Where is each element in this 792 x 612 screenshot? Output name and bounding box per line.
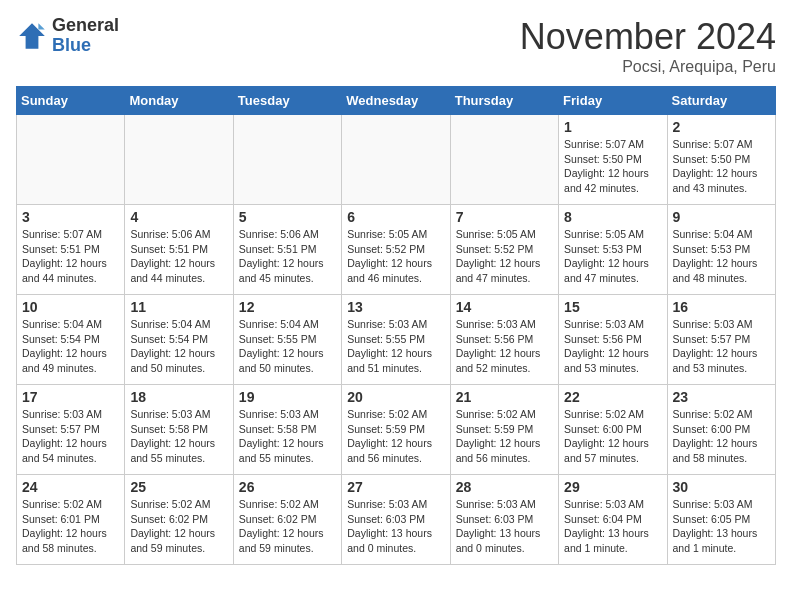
empty-cell (17, 115, 125, 205)
day-info: Sunrise: 5:05 AMSunset: 5:53 PMDaylight:… (564, 227, 661, 286)
day-info: Sunrise: 5:02 AMSunset: 6:00 PMDaylight:… (673, 407, 770, 466)
day-cell-19: 19Sunrise: 5:03 AMSunset: 5:58 PMDayligh… (233, 385, 341, 475)
day-info: Sunrise: 5:02 AMSunset: 6:02 PMDaylight:… (239, 497, 336, 556)
day-info: Sunrise: 5:02 AMSunset: 6:00 PMDaylight:… (564, 407, 661, 466)
day-number: 23 (673, 389, 770, 405)
day-cell-17: 17Sunrise: 5:03 AMSunset: 5:57 PMDayligh… (17, 385, 125, 475)
title-block: November 2024 Pocsi, Arequipa, Peru (520, 16, 776, 76)
day-cell-7: 7Sunrise: 5:05 AMSunset: 5:52 PMDaylight… (450, 205, 558, 295)
logo-icon (16, 20, 48, 52)
day-number: 11 (130, 299, 227, 315)
day-header-tuesday: Tuesday (233, 87, 341, 115)
day-info: Sunrise: 5:07 AMSunset: 5:50 PMDaylight:… (673, 137, 770, 196)
day-info: Sunrise: 5:03 AMSunset: 5:58 PMDaylight:… (239, 407, 336, 466)
empty-cell (450, 115, 558, 205)
day-cell-30: 30Sunrise: 5:03 AMSunset: 6:05 PMDayligh… (667, 475, 775, 565)
day-info: Sunrise: 5:06 AMSunset: 5:51 PMDaylight:… (130, 227, 227, 286)
day-cell-13: 13Sunrise: 5:03 AMSunset: 5:55 PMDayligh… (342, 295, 450, 385)
day-number: 17 (22, 389, 119, 405)
day-number: 29 (564, 479, 661, 495)
day-cell-8: 8Sunrise: 5:05 AMSunset: 5:53 PMDaylight… (559, 205, 667, 295)
day-number: 5 (239, 209, 336, 225)
day-info: Sunrise: 5:05 AMSunset: 5:52 PMDaylight:… (347, 227, 444, 286)
day-info: Sunrise: 5:02 AMSunset: 6:01 PMDaylight:… (22, 497, 119, 556)
day-cell-29: 29Sunrise: 5:03 AMSunset: 6:04 PMDayligh… (559, 475, 667, 565)
day-number: 10 (22, 299, 119, 315)
day-number: 8 (564, 209, 661, 225)
day-number: 19 (239, 389, 336, 405)
day-number: 4 (130, 209, 227, 225)
day-cell-2: 2Sunrise: 5:07 AMSunset: 5:50 PMDaylight… (667, 115, 775, 205)
day-cell-10: 10Sunrise: 5:04 AMSunset: 5:54 PMDayligh… (17, 295, 125, 385)
day-cell-11: 11Sunrise: 5:04 AMSunset: 5:54 PMDayligh… (125, 295, 233, 385)
day-cell-5: 5Sunrise: 5:06 AMSunset: 5:51 PMDaylight… (233, 205, 341, 295)
day-cell-27: 27Sunrise: 5:03 AMSunset: 6:03 PMDayligh… (342, 475, 450, 565)
day-info: Sunrise: 5:04 AMSunset: 5:55 PMDaylight:… (239, 317, 336, 376)
day-header-thursday: Thursday (450, 87, 558, 115)
day-cell-21: 21Sunrise: 5:02 AMSunset: 5:59 PMDayligh… (450, 385, 558, 475)
day-header-monday: Monday (125, 87, 233, 115)
day-info: Sunrise: 5:03 AMSunset: 5:57 PMDaylight:… (22, 407, 119, 466)
day-number: 18 (130, 389, 227, 405)
day-info: Sunrise: 5:02 AMSunset: 5:59 PMDaylight:… (347, 407, 444, 466)
day-number: 14 (456, 299, 553, 315)
day-number: 1 (564, 119, 661, 135)
day-info: Sunrise: 5:02 AMSunset: 6:02 PMDaylight:… (130, 497, 227, 556)
location: Pocsi, Arequipa, Peru (520, 58, 776, 76)
day-info: Sunrise: 5:03 AMSunset: 6:03 PMDaylight:… (456, 497, 553, 556)
day-cell-23: 23Sunrise: 5:02 AMSunset: 6:00 PMDayligh… (667, 385, 775, 475)
day-header-sunday: Sunday (17, 87, 125, 115)
svg-marker-1 (38, 23, 44, 29)
day-number: 6 (347, 209, 444, 225)
day-number: 21 (456, 389, 553, 405)
day-number: 25 (130, 479, 227, 495)
day-info: Sunrise: 5:03 AMSunset: 6:03 PMDaylight:… (347, 497, 444, 556)
calendar-body: 1Sunrise: 5:07 AMSunset: 5:50 PMDaylight… (17, 115, 776, 565)
day-number: 27 (347, 479, 444, 495)
day-cell-14: 14Sunrise: 5:03 AMSunset: 5:56 PMDayligh… (450, 295, 558, 385)
day-cell-26: 26Sunrise: 5:02 AMSunset: 6:02 PMDayligh… (233, 475, 341, 565)
week-row-1: 1Sunrise: 5:07 AMSunset: 5:50 PMDaylight… (17, 115, 776, 205)
day-number: 22 (564, 389, 661, 405)
calendar-table: SundayMondayTuesdayWednesdayThursdayFrid… (16, 86, 776, 565)
day-info: Sunrise: 5:07 AMSunset: 5:51 PMDaylight:… (22, 227, 119, 286)
page-header: General Blue November 2024 Pocsi, Arequi… (16, 16, 776, 76)
day-info: Sunrise: 5:05 AMSunset: 5:52 PMDaylight:… (456, 227, 553, 286)
day-cell-4: 4Sunrise: 5:06 AMSunset: 5:51 PMDaylight… (125, 205, 233, 295)
day-info: Sunrise: 5:03 AMSunset: 5:56 PMDaylight:… (456, 317, 553, 376)
day-number: 15 (564, 299, 661, 315)
day-cell-16: 16Sunrise: 5:03 AMSunset: 5:57 PMDayligh… (667, 295, 775, 385)
logo: General Blue (16, 16, 119, 56)
day-cell-1: 1Sunrise: 5:07 AMSunset: 5:50 PMDaylight… (559, 115, 667, 205)
day-number: 24 (22, 479, 119, 495)
day-info: Sunrise: 5:03 AMSunset: 6:04 PMDaylight:… (564, 497, 661, 556)
day-cell-3: 3Sunrise: 5:07 AMSunset: 5:51 PMDaylight… (17, 205, 125, 295)
day-cell-20: 20Sunrise: 5:02 AMSunset: 5:59 PMDayligh… (342, 385, 450, 475)
day-info: Sunrise: 5:04 AMSunset: 5:54 PMDaylight:… (22, 317, 119, 376)
day-info: Sunrise: 5:06 AMSunset: 5:51 PMDaylight:… (239, 227, 336, 286)
day-cell-24: 24Sunrise: 5:02 AMSunset: 6:01 PMDayligh… (17, 475, 125, 565)
day-info: Sunrise: 5:04 AMSunset: 5:54 PMDaylight:… (130, 317, 227, 376)
week-row-2: 3Sunrise: 5:07 AMSunset: 5:51 PMDaylight… (17, 205, 776, 295)
day-number: 16 (673, 299, 770, 315)
day-cell-25: 25Sunrise: 5:02 AMSunset: 6:02 PMDayligh… (125, 475, 233, 565)
day-info: Sunrise: 5:03 AMSunset: 5:55 PMDaylight:… (347, 317, 444, 376)
week-row-3: 10Sunrise: 5:04 AMSunset: 5:54 PMDayligh… (17, 295, 776, 385)
calendar-header-row: SundayMondayTuesdayWednesdayThursdayFrid… (17, 87, 776, 115)
day-number: 30 (673, 479, 770, 495)
week-row-5: 24Sunrise: 5:02 AMSunset: 6:01 PMDayligh… (17, 475, 776, 565)
day-header-wednesday: Wednesday (342, 87, 450, 115)
day-cell-22: 22Sunrise: 5:02 AMSunset: 6:00 PMDayligh… (559, 385, 667, 475)
day-number: 20 (347, 389, 444, 405)
day-info: Sunrise: 5:03 AMSunset: 6:05 PMDaylight:… (673, 497, 770, 556)
day-number: 13 (347, 299, 444, 315)
day-info: Sunrise: 5:03 AMSunset: 5:56 PMDaylight:… (564, 317, 661, 376)
day-number: 28 (456, 479, 553, 495)
day-number: 26 (239, 479, 336, 495)
day-number: 9 (673, 209, 770, 225)
day-number: 2 (673, 119, 770, 135)
day-cell-28: 28Sunrise: 5:03 AMSunset: 6:03 PMDayligh… (450, 475, 558, 565)
day-cell-15: 15Sunrise: 5:03 AMSunset: 5:56 PMDayligh… (559, 295, 667, 385)
empty-cell (125, 115, 233, 205)
day-info: Sunrise: 5:03 AMSunset: 5:58 PMDaylight:… (130, 407, 227, 466)
